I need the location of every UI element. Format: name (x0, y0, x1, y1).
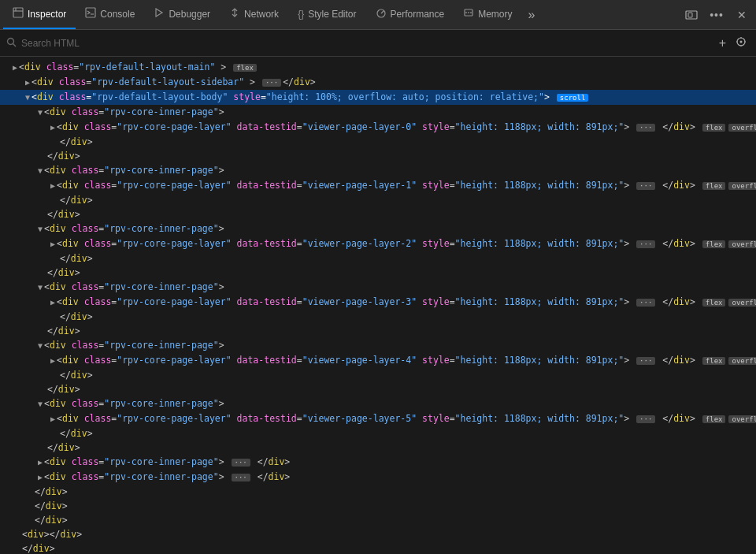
svg-point-15 (8, 38, 14, 44)
tab-debugger[interactable]: Debugger (144, 0, 220, 29)
html-line[interactable]: </div> (0, 149, 756, 163)
html-line[interactable]: </div> (0, 135, 756, 149)
html-line[interactable]: </div> (0, 499, 756, 513)
html-line[interactable]: </div> (0, 368, 756, 382)
add-node-button[interactable]: + (716, 35, 729, 52)
pick-element-button[interactable] (732, 35, 750, 52)
more-tabs-button[interactable]: » (522, 0, 542, 29)
html-line[interactable]: </div> (0, 324, 756, 338)
tab-inspector-label: Inspector (28, 9, 66, 20)
tab-console-label: Console (100, 9, 135, 20)
tab-memory[interactable]: Memory (454, 0, 521, 29)
html-line[interactable]: ▶<div class="rpv-core-inner-page"> ··· <… (0, 455, 756, 470)
html-line[interactable]: ▶<div class="rpv-default-layout-main" > … (0, 60, 756, 75)
search-input[interactable] (21, 38, 711, 49)
toggle-icon[interactable]: ▶ (50, 356, 55, 365)
network-icon (229, 7, 240, 20)
tab-performance[interactable]: Performance (366, 0, 454, 29)
html-line[interactable]: ▶<div class="rpv-core-page-layer" data-t… (0, 295, 756, 310)
svg-marker-5 (156, 9, 162, 17)
html-line[interactable]: </div> (0, 207, 756, 221)
tab-list: Inspector Console Debugger (3, 0, 680, 29)
inspector-icon (13, 7, 24, 20)
html-line[interactable]: </div> (0, 266, 756, 280)
html-line[interactable]: </div> (0, 485, 756, 499)
toggle-icon[interactable]: ▼ (38, 225, 43, 233)
html-line[interactable]: ▶<div class="rpv-core-page-layer" data-t… (0, 120, 756, 135)
tab-network[interactable]: Network (220, 0, 288, 29)
svg-line-16 (13, 43, 17, 46)
html-line[interactable]: ▼<div class="rpv-core-inner-page"> (0, 338, 756, 353)
more-options-button[interactable]: ••• (706, 4, 728, 26)
toggle-icon[interactable]: ▶ (13, 63, 17, 72)
html-panel[interactable]: ▶<div class="rpv-default-layout-main" > … (0, 57, 756, 554)
html-line[interactable]: </div> (0, 541, 756, 554)
svg-line-8 (381, 11, 384, 13)
html-line[interactable]: ▼<div class="rpv-core-inner-page"> (0, 163, 756, 178)
html-line[interactable]: </div> (0, 513, 756, 527)
search-actions: + (716, 35, 750, 52)
toggle-icon[interactable]: ▶ (50, 415, 55, 423)
tab-performance-label: Performance (391, 9, 445, 20)
svg-rect-14 (688, 13, 692, 17)
devtools-toolbar: Inspector Console Debugger (0, 0, 756, 30)
html-line[interactable]: </div> (0, 426, 756, 441)
svg-point-18 (740, 40, 743, 43)
html-line[interactable]: </div> (0, 382, 756, 396)
responsive-design-button[interactable] (680, 4, 702, 26)
toggle-icon[interactable]: ▶ (25, 78, 30, 87)
html-line[interactable]: ▼<div class="rpv-core-inner-page"> (0, 280, 756, 295)
html-line[interactable]: ▼<div class="rpv-core-inner-page"> (0, 105, 756, 120)
html-line[interactable]: <div></div> (0, 527, 756, 541)
search-bar: + (0, 30, 756, 57)
tab-style-editor-label: Style Editor (308, 9, 356, 20)
html-line[interactable]: ▶<div class="rpv-default-layout-sidebar"… (0, 75, 756, 90)
toggle-icon[interactable]: ▶ (50, 298, 55, 307)
html-line[interactable]: ▶<div class="rpv-core-page-layer" data-t… (0, 411, 756, 426)
close-devtools-button[interactable]: ✕ (731, 4, 753, 26)
tab-inspector[interactable]: Inspector (3, 0, 76, 29)
memory-icon (463, 7, 474, 20)
toggle-icon[interactable]: ▼ (38, 166, 43, 175)
toggle-icon[interactable]: ▶ (50, 123, 55, 132)
html-line[interactable]: </div> (0, 441, 756, 455)
search-icon (6, 37, 17, 50)
performance-icon (376, 7, 387, 20)
html-line[interactable]: ▶<div class="rpv-core-page-layer" data-t… (0, 178, 756, 193)
toggle-icon[interactable]: ▼ (38, 283, 43, 292)
toggle-icon[interactable]: ▶ (50, 181, 55, 190)
html-line[interactable]: </div> (0, 251, 756, 266)
html-line[interactable]: </div> (0, 310, 756, 324)
html-line[interactable]: ▼<div class="rpv-core-inner-page"> (0, 396, 756, 411)
style-editor-icon: {} (298, 9, 304, 20)
debugger-icon (154, 7, 165, 20)
toggle-icon[interactable]: ▶ (38, 458, 43, 467)
tab-memory-label: Memory (478, 9, 512, 20)
html-line[interactable]: ▼<div class="rpv-default-layout-body" st… (0, 90, 756, 105)
tab-network-label: Network (244, 9, 279, 20)
toggle-icon[interactable]: ▼ (38, 400, 43, 408)
toggle-icon[interactable]: ▶ (38, 473, 43, 481)
toggle-icon[interactable]: ▶ (50, 240, 55, 248)
toggle-icon[interactable]: ▼ (38, 341, 43, 350)
svg-rect-0 (13, 8, 23, 17)
console-icon (85, 7, 96, 20)
html-line[interactable]: </div> (0, 193, 756, 207)
html-line[interactable]: ▼<div class="rpv-core-inner-page"> (0, 221, 756, 236)
html-line[interactable]: ▶<div class="rpv-core-page-layer" data-t… (0, 353, 756, 368)
toggle-icon[interactable]: ▼ (38, 108, 43, 117)
tab-console[interactable]: Console (76, 0, 144, 29)
tab-debugger-label: Debugger (169, 9, 210, 20)
html-line[interactable]: ▶<div class="rpv-core-page-layer" data-t… (0, 236, 756, 251)
html-line[interactable]: ▶<div class="rpv-core-inner-page"> ··· <… (0, 470, 756, 485)
toolbar-actions: ••• ✕ (680, 4, 753, 26)
toggle-icon[interactable]: ▼ (25, 93, 30, 102)
tab-style-editor[interactable]: {} Style Editor (288, 0, 365, 29)
